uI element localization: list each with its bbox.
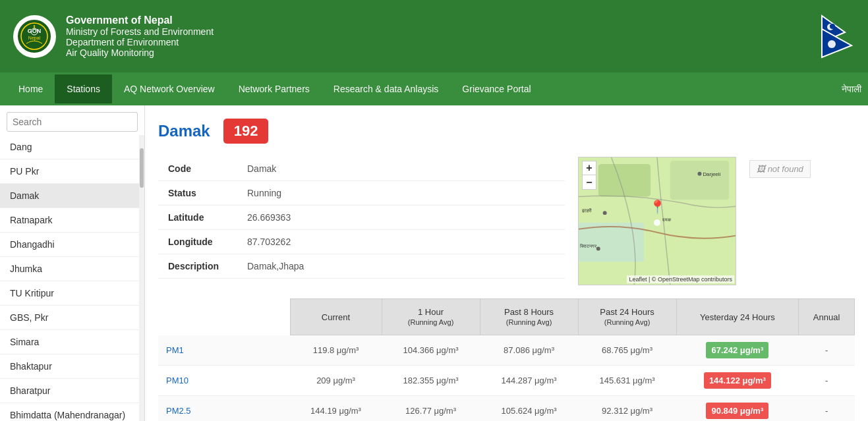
map-zoom-out[interactable]: − [582,175,596,190]
cell-hour1: 104.366 μg/m³ [382,335,480,366]
col-annual-header: Annual [799,299,855,335]
station-header: Damak 192 [158,119,855,144]
cell-hours8: 105.624 μg/m³ [480,396,578,422]
map-attribution: Leaflet | © OpenStreetMap contributors [627,275,734,283]
svg-point-10 [828,40,836,48]
station-info: Code Damak Status Running Latitude 26.66… [158,157,565,285]
sidebar-item-gbs,-pkr[interactable]: GBS, Pkr [0,306,139,330]
svg-text:विराटनगर: विराटनगर [579,243,597,248]
col-name-header [158,299,290,335]
map-container[interactable]: Darjeeli इटहरी विराटनगर दमक 📍 + − [578,157,736,285]
status-value: Running [237,181,565,206]
nav-network-partners[interactable]: Network Partners [227,74,322,103]
cell-current: 119.8 μg/m³ [290,335,382,366]
col-current-header: Current [290,299,382,335]
svg-text:दमक: दमक [662,217,672,222]
sidebar-item-ratnapark[interactable]: Ratnapark [0,208,139,233]
cell-hours24: 68.765 μg/m³ [578,335,676,366]
table-row: PM1119.8 μg/m³104.366 μg/m³87.086 μg/m³6… [158,335,855,366]
description-row: Description Damak,Jhapa [158,254,565,279]
sidebar: DangPU PkrDamakRatnaparkDhangadhiJhumkaT… [0,105,145,421]
header-text: Government of Nepal Ministry of Forests … [66,14,819,58]
nepal-flag [819,13,855,61]
not-found-box: 🖼 not found [749,157,855,285]
status-label: Status [158,181,237,206]
code-label: Code [158,157,237,181]
sidebar-item-dhangadhi[interactable]: Dhangadhi [0,233,139,257]
nav-aq-network[interactable]: AQ Network Overview [112,74,227,103]
svg-point-17 [603,211,607,215]
code-row: Code Damak [158,157,565,181]
cell-yesterday: 67.242 μg/m³ [676,335,799,366]
map-zoom-controls: + − [582,161,596,190]
sidebar-item-damak[interactable]: Damak [0,184,139,208]
org-name-line1: Government of Nepal [66,14,819,26]
sidebar-item-simara[interactable]: Simara [0,330,139,354]
not-found-label: 🖼 not found [749,160,811,178]
sidebar-item-pu-pkr[interactable]: PU Pkr [0,159,139,184]
station-top: Code Damak Status Running Latitude 26.66… [158,157,855,285]
cell-annual: - [799,366,855,396]
latitude-label: Latitude [158,206,237,230]
org-name-line3: Department of Environment [66,37,819,47]
sidebar-item-dang[interactable]: Dang [0,135,139,159]
sidebar-list: DangPU PkrDamakRatnaparkDhangadhiJhumkaT… [0,135,139,421]
cell-current: 144.19 μg/m³ [290,396,382,422]
svg-rect-13 [670,161,729,200]
yesterday-badge: 67.242 μg/m³ [706,342,768,358]
org-name-line4: Air Quality Monitoring [66,47,819,58]
latitude-row: Latitude 26.669363 [158,206,565,230]
cell-yesterday: 144.122 μg/m³ [676,366,799,396]
svg-text:Darjeeli: Darjeeli [703,171,720,177]
header: GON Nepal Government of Nepal Ministry o… [0,0,868,72]
col-hours24-header: Past 24 Hours (Running Avg) [578,299,676,335]
svg-point-15 [697,172,701,176]
data-table: Current 1 Hour (Running Avg) Past 8 Hour… [158,298,855,421]
svg-point-21 [654,219,660,226]
description-label: Description [158,254,237,279]
longitude-label: Longitude [158,230,237,254]
pollutant-name[interactable]: PM10 [158,366,290,396]
cell-yesterday: 90.849 μg/m³ [676,396,799,422]
nav-stations[interactable]: Stations [55,74,112,103]
station-name: Damak [158,122,210,140]
status-row: Status Running [158,181,565,206]
aqi-badge: 192 [223,119,269,144]
content-area: Damak 192 Code Damak Status Running Lati [145,105,868,421]
cell-hours8: 87.086 μg/m³ [480,335,578,366]
main-container: DangPU PkrDamakRatnaparkDhangadhiJhumkaT… [0,105,868,421]
svg-text:Nepal: Nepal [28,36,41,41]
data-tbody: PM1119.8 μg/m³104.366 μg/m³87.086 μg/m³6… [158,335,855,422]
sidebar-item-jhumka[interactable]: Jhumka [0,257,139,281]
pollutant-name[interactable]: PM2.5 [158,396,290,422]
cell-hour1: 126.77 μg/m³ [382,396,480,422]
navbar: Home Stations AQ Network Overview Networ… [0,72,868,105]
data-table-section: Current 1 Hour (Running Avg) Past 8 Hour… [158,298,855,421]
table-row: PM10209 μg/m³182.355 μg/m³144.287 μg/m³1… [158,366,855,396]
sidebar-item-tu-kritipur[interactable]: TU Kritipur [0,281,139,306]
map-zoom-in[interactable]: + [582,161,596,175]
cell-current: 209 μg/m³ [290,366,382,396]
col-yesterday-header: Yesterday 24 Hours [676,299,799,335]
nav-home[interactable]: Home [7,74,55,103]
sidebar-item-bhaktapur[interactable]: Bhaktapur [0,354,139,379]
svg-rect-12 [598,164,651,196]
nav-grievance[interactable]: Grievance Portal [450,74,542,103]
svg-point-19 [596,247,600,251]
cell-annual: - [799,335,855,366]
sidebar-item-bharatpur[interactable]: Bharatpur [0,379,139,403]
nav-research[interactable]: Research & data Anlaysis [322,74,451,103]
pollutant-name[interactable]: PM1 [158,335,290,366]
org-name-line2: Ministry of Forests and Environment [66,26,819,37]
map-placeholder: Darjeeli इटहरी विराटनगर दमक 📍 + − [579,157,736,285]
svg-text:इटहरी: इटहरी [581,208,592,213]
code-value: Damak [237,157,565,181]
sidebar-item-bhimdatta-(mahendranagar)[interactable]: Bhimdatta (Mahendranagar) [0,403,139,421]
map-pin: 📍 [649,199,666,215]
nepali-language-toggle[interactable]: नेपाली [842,84,861,95]
cell-hours24: 92.312 μg/m³ [578,396,676,422]
col-hour1-header: 1 Hour (Running Avg) [382,299,480,335]
table-header-row: Current 1 Hour (Running Avg) Past 8 Hour… [158,299,855,335]
search-input[interactable] [7,112,138,132]
cell-hour1: 182.355 μg/m³ [382,366,480,396]
